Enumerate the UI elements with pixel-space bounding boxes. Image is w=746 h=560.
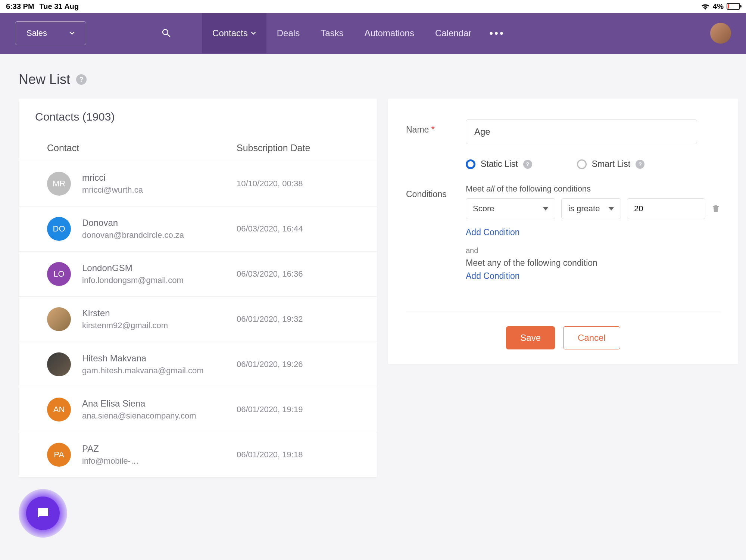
page-title: New List <box>19 72 70 87</box>
table-row[interactable]: MRmriccimricci@wurth.ca10/10/2020, 00:38 <box>19 161 377 206</box>
help-icon[interactable]: ? <box>76 74 87 85</box>
table-row[interactable]: Kirstenkirstenm92@gmail.com06/01/2020, 1… <box>19 297 377 342</box>
table-row[interactable]: DODonovandonovan@brandcircle.co.za06/03/… <box>19 206 377 252</box>
help-icon[interactable]: ? <box>636 160 644 169</box>
workspace-label: Sales <box>26 28 47 38</box>
add-condition-link-2[interactable]: Add Condition <box>466 271 720 281</box>
nav-tasks-label: Tasks <box>321 28 343 38</box>
save-button[interactable]: Save <box>506 326 555 349</box>
conditions-label: Conditions <box>406 184 455 199</box>
nav-calendar-label: Calendar <box>435 28 471 38</box>
contact-email: gam.hitesh.makvana@gmail.com <box>82 366 237 376</box>
battery-icon <box>727 3 740 10</box>
status-date: Tue 31 Aug <box>40 2 79 11</box>
contact-date: 06/01/2020, 19:26 <box>237 360 349 369</box>
add-condition-link[interactable]: Add Condition <box>466 227 720 237</box>
battery-percent: 4% <box>713 2 724 11</box>
smart-list-label: Smart List <box>592 159 631 169</box>
col-contact: Contact <box>47 143 237 153</box>
contact-email: ana.siena@sienacompany.com <box>82 411 237 421</box>
contact-avatar <box>47 307 71 331</box>
contact-email: mricci@wurth.ca <box>82 185 237 195</box>
contact-email: donovan@brandcircle.co.za <box>82 230 237 240</box>
meet-any-text: Meet any of the following condition <box>466 258 720 268</box>
chevron-down-icon <box>609 207 614 211</box>
contact-date: 10/10/2020, 00:38 <box>237 179 349 189</box>
trash-icon[interactable] <box>711 204 720 214</box>
status-bar: 6:33 PM Tue 31 Aug 4% <box>0 0 746 13</box>
cancel-button[interactable]: Cancel <box>563 326 620 349</box>
table-row[interactable]: ANAna Elisa Sienaana.siena@sienacompany.… <box>19 387 377 432</box>
meet-all-text: Meet all of the following conditions <box>466 184 720 194</box>
nav-automations-label: Automations <box>364 28 414 38</box>
static-list-radio[interactable] <box>466 159 475 169</box>
contact-avatar: DO <box>47 217 71 241</box>
contact-date: 06/01/2020, 19:18 <box>237 450 349 460</box>
nav-tasks[interactable]: Tasks <box>310 13 354 53</box>
nav-contacts-label: Contacts <box>212 28 248 38</box>
col-date: Subscription Date <box>237 143 349 153</box>
contact-avatar: LO <box>47 262 71 286</box>
contact-date: 06/01/2020, 19:19 <box>237 405 349 414</box>
nav-automations[interactable]: Automations <box>354 13 424 53</box>
workspace-selector[interactable]: Sales <box>15 21 86 45</box>
nav-calendar[interactable]: Calendar <box>425 13 482 53</box>
user-avatar[interactable] <box>710 23 731 44</box>
chevron-down-icon <box>251 31 256 35</box>
condition-value-input[interactable] <box>627 198 705 219</box>
contact-name: Hitesh Makvana <box>82 353 237 364</box>
contacts-panel: Contacts (1903) Contact Subscription Dat… <box>19 99 377 477</box>
contact-date: 06/03/2020, 16:44 <box>237 224 349 234</box>
contact-name: mricci <box>82 172 237 183</box>
name-input[interactable] <box>466 119 697 144</box>
contact-avatar <box>47 352 71 376</box>
table-row[interactable]: LOLondonGSMinfo.londongsm@gmail.com06/03… <box>19 252 377 297</box>
wifi-icon <box>701 3 710 10</box>
contact-email: info@mobile-… <box>82 456 237 466</box>
contact-name: Ana Elisa Siena <box>82 398 237 409</box>
top-nav: Sales Contacts Deals Tasks Automations C… <box>0 13 746 54</box>
contact-email: info.londongsm@gmail.com <box>82 276 237 285</box>
static-list-label: Static List <box>481 159 518 169</box>
nav-deals[interactable]: Deals <box>266 13 310 53</box>
and-label: and <box>466 246 720 255</box>
help-icon[interactable]: ? <box>523 160 532 169</box>
contact-name: LondonGSM <box>82 263 237 273</box>
condition-operator-select[interactable]: is greate <box>561 198 621 219</box>
contact-email: kirstenm92@gmail.com <box>82 321 237 330</box>
contact-avatar: AN <box>47 398 71 421</box>
name-label: Name * <box>406 119 455 135</box>
search-icon[interactable] <box>161 28 172 39</box>
nav-more[interactable]: ••• <box>482 27 512 39</box>
nav-deals-label: Deals <box>277 28 300 38</box>
table-row[interactable]: PAPAZinfo@mobile-…06/01/2020, 19:18 <box>19 432 377 477</box>
table-row[interactable]: Hitesh Makvanagam.hitesh.makvana@gmail.c… <box>19 342 377 387</box>
chat-fab[interactable] <box>19 489 67 538</box>
contacts-heading: Contacts (1903) <box>19 99 377 135</box>
smart-list-radio[interactable] <box>577 159 587 169</box>
condition-field-select[interactable]: Score <box>466 198 555 219</box>
contact-date: 06/03/2020, 16:36 <box>237 269 349 279</box>
contact-name: Donovan <box>82 218 237 228</box>
contact-name: Kirsten <box>82 308 237 318</box>
contact-avatar: PA <box>47 443 71 467</box>
chevron-down-icon <box>543 207 548 211</box>
status-time: 6:33 PM <box>6 2 34 11</box>
contact-avatar: MR <box>47 172 71 196</box>
nav-contacts[interactable]: Contacts <box>202 13 266 53</box>
contact-name: PAZ <box>82 444 237 454</box>
chat-icon <box>35 505 51 521</box>
form-panel: Name * Static List ? Smart List ? <box>388 99 738 364</box>
contact-date: 06/01/2020, 19:32 <box>237 314 349 324</box>
chevron-down-icon <box>69 31 75 36</box>
